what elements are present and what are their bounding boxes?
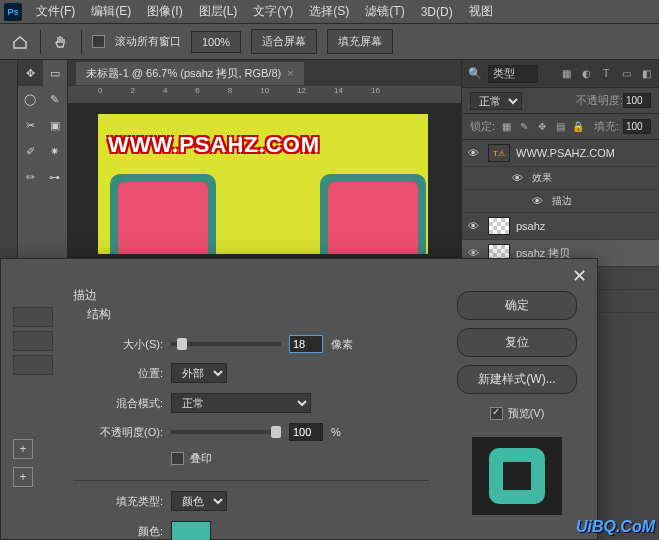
- hand-tool-icon[interactable]: [51, 32, 71, 52]
- lock-artboard-icon[interactable]: ▤: [553, 120, 567, 134]
- scroll-all-label: 滚动所有窗口: [115, 34, 181, 49]
- ok-button[interactable]: 确定: [457, 291, 577, 320]
- opacity-input[interactable]: [623, 93, 651, 108]
- layer-stroke-row[interactable]: 👁 描边: [462, 190, 659, 213]
- ruler-horizontal: 0 2 4 6 8 10 12 14 16: [68, 86, 461, 104]
- style-slot[interactable]: [13, 331, 53, 351]
- heal-tool-icon[interactable]: ✷: [43, 138, 68, 164]
- layer-filter-input[interactable]: [488, 65, 538, 83]
- search-icon[interactable]: 🔍: [468, 67, 482, 80]
- artwork-letter: [118, 182, 208, 254]
- visibility-icon[interactable]: 👁: [468, 147, 482, 159]
- layer-row[interactable]: 👁 T⚠ WWW.PSAHZ.COM: [462, 140, 659, 167]
- filter-shape-icon[interactable]: ▭: [619, 67, 633, 81]
- filter-type-icon[interactable]: T: [599, 67, 613, 81]
- close-icon[interactable]: ✕: [572, 265, 587, 287]
- position-select[interactable]: 外部: [171, 363, 227, 383]
- menu-filter[interactable]: 滤镜(T): [357, 0, 412, 23]
- layer-effects-row[interactable]: 👁 效果: [462, 167, 659, 190]
- preview-checkbox[interactable]: [490, 407, 503, 420]
- sub-title: 结构: [87, 306, 429, 323]
- lock-all-icon[interactable]: 🔒: [571, 120, 585, 134]
- color-swatch[interactable]: [171, 521, 211, 540]
- filter-adjust-icon[interactable]: ◐: [579, 67, 593, 81]
- menu-3d[interactable]: 3D(D): [413, 2, 461, 22]
- preview-shape: [489, 448, 545, 504]
- dialog-style-list: + +: [13, 287, 53, 529]
- fill-screen-button[interactable]: 填充屏幕: [327, 29, 393, 54]
- move-tool-icon[interactable]: ✥: [18, 60, 43, 86]
- document-tab[interactable]: 未标题-1 @ 66.7% (psahz 拷贝, RGB/8) ×: [76, 62, 304, 85]
- menu-image[interactable]: 图像(I): [139, 0, 190, 23]
- preview-swatch: [472, 437, 562, 515]
- opacity-input[interactable]: [289, 423, 323, 441]
- blend-select[interactable]: 正常: [171, 393, 311, 413]
- menu-type[interactable]: 文字(Y): [245, 0, 301, 23]
- stroke-label: 描边: [552, 194, 572, 208]
- artwork: WWW.PSAHZ.COM: [98, 114, 428, 254]
- position-label: 位置:: [73, 366, 163, 381]
- lock-position-icon[interactable]: ✥: [535, 120, 549, 134]
- menu-view[interactable]: 视图: [461, 0, 501, 23]
- overprint-label: 叠印: [190, 451, 212, 466]
- lock-brush-icon[interactable]: ✎: [517, 120, 531, 134]
- stamp-tool-icon[interactable]: ⊶: [43, 164, 68, 190]
- opacity-label: 不透明度(O):: [73, 425, 163, 440]
- option-bar: 滚动所有窗口 100% 适合屏幕 填充屏幕: [0, 24, 659, 60]
- section-title: 描边: [73, 287, 429, 304]
- color-label: 颜色:: [73, 524, 163, 539]
- visibility-icon[interactable]: 👁: [468, 220, 482, 232]
- lasso-tool-icon[interactable]: ◯: [18, 86, 43, 112]
- home-icon[interactable]: [10, 32, 30, 52]
- preview-label: 预览(V): [508, 406, 545, 421]
- filltype-select[interactable]: 颜色: [171, 491, 227, 511]
- fit-screen-button[interactable]: 适合屏幕: [251, 29, 317, 54]
- app-logo: Ps: [4, 3, 22, 21]
- add-style-icon[interactable]: +: [13, 467, 33, 487]
- close-tab-icon[interactable]: ×: [287, 67, 293, 79]
- filter-image-icon[interactable]: ▦: [559, 67, 573, 81]
- layer-name: psahz: [516, 220, 545, 232]
- opacity-label: 不透明度:: [576, 93, 623, 108]
- opacity-unit: %: [331, 426, 341, 438]
- fill-input[interactable]: [623, 119, 651, 134]
- new-style-button[interactable]: 新建样式(W)...: [457, 365, 577, 394]
- visibility-icon[interactable]: 👁: [532, 195, 546, 207]
- document-tab-label: 未标题-1 @ 66.7% (psahz 拷贝, RGB/8): [86, 66, 281, 81]
- opacity-slider[interactable]: [171, 430, 281, 434]
- artwork-headline: WWW.PSAHZ.COM: [108, 132, 320, 158]
- size-slider[interactable]: [171, 342, 281, 346]
- menu-layer[interactable]: 图层(L): [191, 0, 246, 23]
- blend-mode-select[interactable]: 正常: [470, 92, 522, 110]
- quick-select-tool-icon[interactable]: ✎: [43, 86, 68, 112]
- fx-label: 效果: [532, 171, 552, 185]
- reset-button[interactable]: 复位: [457, 328, 577, 357]
- frame-tool-icon[interactable]: ▣: [43, 112, 68, 138]
- divider: [40, 30, 41, 54]
- overprint-checkbox[interactable]: [171, 452, 184, 465]
- lock-pixels-icon[interactable]: ▦: [499, 120, 513, 134]
- size-input[interactable]: [289, 335, 323, 353]
- fill-label: 填充:: [594, 119, 619, 134]
- eyedropper-tool-icon[interactable]: ✐: [18, 138, 43, 164]
- brush-tool-icon[interactable]: ✏: [18, 164, 43, 190]
- document-tab-bar: 未标题-1 @ 66.7% (psahz 拷贝, RGB/8) ×: [68, 60, 461, 86]
- divider: [73, 480, 429, 481]
- menubar: Ps 文件(F) 编辑(E) 图像(I) 图层(L) 文字(Y) 选择(S) 滤…: [0, 0, 659, 24]
- artboard-tool-icon[interactable]: ▭: [43, 60, 68, 86]
- menu-select[interactable]: 选择(S): [301, 0, 357, 23]
- style-slot[interactable]: [13, 307, 53, 327]
- filter-smart-icon[interactable]: ◧: [639, 67, 653, 81]
- layer-row[interactable]: 👁 psahz: [462, 213, 659, 240]
- menu-file[interactable]: 文件(F): [28, 0, 83, 23]
- menu-edit[interactable]: 编辑(E): [83, 0, 139, 23]
- visibility-icon[interactable]: 👁: [512, 172, 526, 184]
- style-slot[interactable]: [13, 355, 53, 375]
- zoom-level-button[interactable]: 100%: [191, 31, 241, 53]
- add-style-icon[interactable]: +: [13, 439, 33, 459]
- blend-label: 混合模式:: [73, 396, 163, 411]
- scroll-all-checkbox[interactable]: [92, 35, 105, 48]
- layer-thumbnail: T⚠: [488, 144, 510, 162]
- crop-tool-icon[interactable]: ✂: [18, 112, 43, 138]
- layer-style-dialog: ✕ + + 描边 结构 大小(S): 像素 位置: 外部 混合模式:: [0, 258, 598, 540]
